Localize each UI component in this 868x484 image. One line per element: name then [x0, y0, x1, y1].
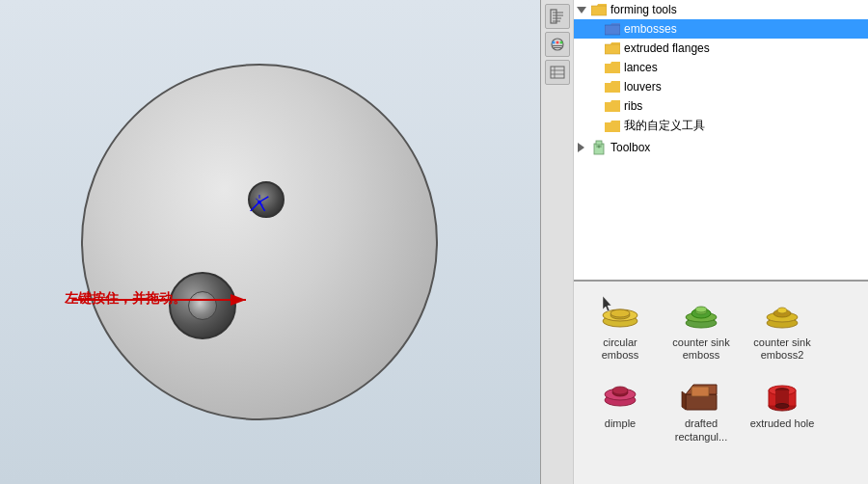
drafted-rectangular-label: drafted rectangul... [667, 417, 735, 443]
svg-point-54 [775, 404, 789, 409]
tree-item-lances[interactable]: lances [574, 58, 868, 77]
expand-icon [578, 5, 587, 14]
svg-marker-47 [682, 391, 686, 410]
svg-point-13 [552, 39, 563, 50]
folder-icon-ribs [605, 98, 620, 114]
tree-item-custom-tools[interactable]: 我的自定义工具 [574, 116, 868, 136]
tree-item-extruded-flanges[interactable]: extruded flanges [574, 39, 868, 58]
svg-point-30 [610, 309, 630, 317]
expand-icon-toolbox [578, 143, 587, 152]
counter-sink-emboss2-icon [759, 294, 805, 335]
tool-circular-emboss[interactable]: circular emboss [582, 289, 659, 366]
svg-rect-17 [553, 45, 562, 46]
folder-icon-custom-tools [605, 119, 620, 134]
extruded-flanges-label: extruded flanges [624, 41, 710, 55]
extruded-hole-label: extruded hole [750, 417, 815, 430]
tools-panel: circular emboss [574, 282, 868, 484]
annotation-text: 左键按住，并拖动。 [65, 290, 186, 308]
tree-area: forming tools embosses [574, 0, 868, 282]
right-panel: forming tools embosses [540, 0, 868, 484]
folder-icon-forming-tools [591, 2, 607, 17]
svg-rect-24 [596, 141, 602, 145]
svg-line-2 [250, 202, 258, 210]
lances-label: lances [624, 61, 658, 74]
folder-icon-louvers [605, 79, 620, 94]
svg-point-36 [695, 307, 707, 312]
tree-item-louvers[interactable]: louvers [574, 77, 868, 96]
panel-content: forming tools embosses [574, 0, 868, 484]
tree-item-ribs[interactable]: ribs [574, 96, 868, 116]
toolbox-label: Toolbox [610, 141, 650, 154]
viewport: 左键按住，并拖动。 [0, 0, 540, 484]
tools-grid: circular emboss [574, 282, 868, 456]
main-layout: 左键按住，并拖动。 [0, 0, 868, 484]
counter-sink-emboss-label: counter sink emboss [667, 336, 735, 362]
svg-rect-19 [551, 67, 564, 78]
toolbox-icon [591, 140, 607, 155]
extruded-hole-icon [759, 375, 805, 416]
custom-tools-label: 我的自定义工具 [624, 118, 705, 134]
folder-icon-extruded-flanges [605, 40, 620, 56]
folder-icon-embosses [605, 21, 620, 37]
properties-icon[interactable] [545, 32, 570, 57]
dimple-icon [597, 375, 643, 416]
svg-point-40 [777, 308, 787, 313]
embosses-label: embosses [624, 22, 677, 36]
svg-rect-18 [554, 47, 561, 48]
svg-rect-48 [692, 387, 709, 396]
svg-point-15 [556, 41, 558, 44]
svg-point-14 [552, 41, 555, 44]
dimple-label: dimple [605, 417, 636, 430]
3d-disk [81, 64, 438, 420]
folder-icon-lances [605, 60, 620, 75]
louvers-label: louvers [624, 80, 662, 94]
tool-counter-sink-emboss[interactable]: counter sink emboss [663, 289, 740, 366]
drafted-rectangular-icon [678, 375, 724, 416]
tree-item-forming-tools[interactable]: forming tools [574, 0, 868, 19]
svg-marker-31 [603, 296, 611, 311]
design-tree-icon[interactable] [545, 4, 570, 29]
icon-bar [541, 0, 574, 484]
hole-bottom-inner [188, 291, 217, 320]
tool-drafted-rectangular[interactable]: drafted rectangul... [663, 370, 740, 447]
counter-sink-emboss-icon [678, 294, 724, 335]
circular-emboss-icon [597, 294, 643, 335]
tool-extruded-hole[interactable]: extruded hole [744, 370, 821, 447]
forming-tools-label: forming tools [610, 3, 677, 16]
counter-sink-emboss2-label: counter sink emboss2 [748, 336, 816, 362]
ribs-label: ribs [624, 99, 642, 113]
circular-emboss-label: circular emboss [586, 336, 654, 362]
tool-dimple[interactable]: dimple [582, 370, 659, 447]
svg-point-44 [612, 387, 628, 394]
tool-counter-sink-emboss2[interactable]: counter sink emboss2 [744, 289, 821, 366]
svg-point-16 [559, 41, 562, 44]
axes-indicator [245, 187, 274, 219]
list-icon[interactable] [545, 60, 570, 85]
tree-item-embosses[interactable]: embosses [574, 19, 868, 39]
tree-item-toolbox[interactable]: Toolbox [574, 138, 868, 157]
